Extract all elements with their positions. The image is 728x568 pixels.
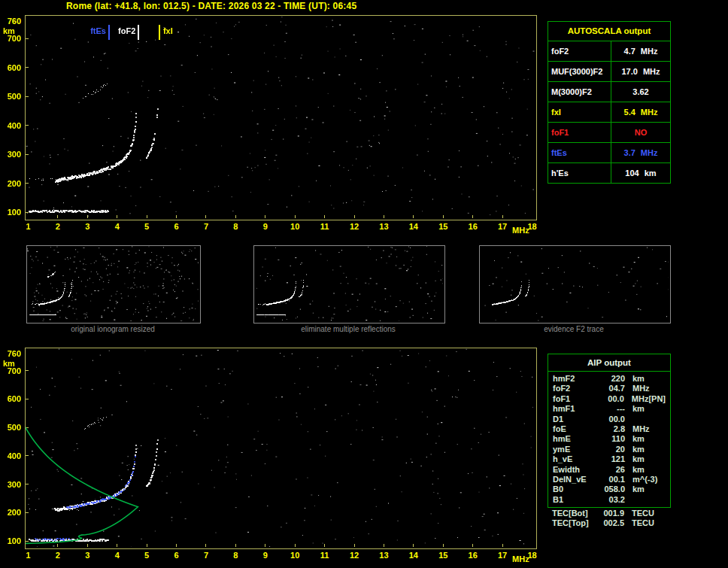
x-axis-label: 13 bbox=[375, 222, 392, 231]
aip-value: 220 bbox=[598, 374, 625, 384]
x-axis-label: 7 bbox=[198, 551, 214, 560]
aip-row: h_vE121km bbox=[548, 454, 670, 464]
aip-row: foF204.7MHz bbox=[548, 384, 670, 393]
aip-param: TEC[Top] bbox=[552, 518, 597, 528]
x-axis-label: 16 bbox=[465, 222, 481, 231]
aip-unit: km bbox=[632, 434, 645, 444]
autoscala-value-number: 5.4 bbox=[624, 102, 635, 122]
aip-param: B1 bbox=[553, 495, 598, 505]
x-axis-label: 16 bbox=[465, 551, 481, 560]
autoscala-param: h'Es bbox=[548, 163, 611, 183]
y-axis-label: 200 bbox=[2, 508, 21, 517]
top-ionogram-canvas bbox=[26, 16, 535, 218]
aip-value: 00.0 bbox=[597, 394, 624, 404]
fof2-marker-label: foF2 bbox=[118, 26, 135, 35]
aip-row: foE2.8MHz bbox=[548, 424, 670, 434]
y-axis-label: 400 bbox=[2, 121, 21, 130]
autoscala-value-number: 4.7 bbox=[624, 41, 635, 61]
x-axis-label: 12 bbox=[346, 222, 362, 231]
autoscala-value-number: 17.0 bbox=[621, 62, 637, 81]
aip-param: B0 bbox=[553, 484, 598, 494]
autoscala-value-unit: km bbox=[645, 163, 657, 183]
axis-unit-mhz: MHz bbox=[512, 554, 529, 563]
x-axis-label: 8 bbox=[227, 222, 244, 231]
x-axis-label: 6 bbox=[168, 551, 185, 560]
aip-unit: m^(-3) bbox=[632, 475, 657, 484]
aip-unit: MHz bbox=[632, 424, 650, 434]
autoscala-param: foF1 bbox=[548, 123, 611, 142]
x-axis-label: 11 bbox=[317, 551, 333, 560]
aip-value: 00.1 bbox=[598, 475, 625, 484]
aip-value: --- bbox=[598, 404, 625, 414]
aip-param: D1 bbox=[553, 415, 598, 424]
thumbnail-original-canvas bbox=[27, 246, 199, 321]
ftes-marker-line bbox=[108, 25, 110, 40]
aip-row: B0058.0km bbox=[548, 484, 670, 494]
autoscala-value: 5.4MHz bbox=[611, 102, 670, 122]
aip-param: foF1 bbox=[553, 394, 597, 404]
aip-unit: MHz bbox=[632, 384, 650, 393]
autoscala-row: ftEs3.7MHz bbox=[548, 143, 670, 163]
thumbnail-caption-f2: evidence F2 trace bbox=[491, 325, 657, 333]
x-axis-label: 5 bbox=[138, 551, 155, 560]
y-axis-label: 600 bbox=[2, 394, 21, 403]
x-axis-label: 15 bbox=[435, 222, 451, 231]
aip-row: foF100.0MHz[PN] bbox=[548, 394, 670, 404]
aip-rows: hmF2220kmfoF204.7MHzfoF100.0MHz[PN]hmF1-… bbox=[548, 374, 670, 505]
x-axis-label: 14 bbox=[405, 551, 422, 560]
x-axis-label: 14 bbox=[405, 222, 422, 231]
y-axis-label: 500 bbox=[2, 92, 21, 101]
y-axis-label: 100 bbox=[2, 208, 21, 217]
aip-row: hmE110km bbox=[548, 434, 670, 444]
x-axis-label: 6 bbox=[168, 222, 185, 231]
aip-param: foE bbox=[553, 424, 598, 434]
aip-tec-row: TEC[Top]002.5TECU bbox=[548, 518, 669, 528]
x-axis-label: 3 bbox=[79, 551, 96, 560]
autoscala-value-unit: MHz bbox=[641, 41, 658, 61]
aip-row: ymE20km bbox=[548, 445, 670, 454]
x-axis-label: 17 bbox=[494, 222, 511, 231]
x-axis-label: 15 bbox=[435, 551, 451, 560]
autoscala-value-unit: MHz bbox=[641, 143, 658, 163]
autoscala-row: foF24.7MHz bbox=[548, 41, 670, 62]
autoscala-row: M(3000)F23.62 bbox=[548, 82, 670, 102]
aip-row: B103.2 bbox=[548, 495, 670, 505]
axis-unit-km: km bbox=[3, 359, 15, 368]
aip-value: 26 bbox=[598, 465, 625, 475]
autoscala-value: 3.7MHz bbox=[611, 143, 670, 163]
autoscala-value-number: 104 bbox=[625, 163, 639, 183]
thumbnail-multiple-reflections-canvas bbox=[254, 246, 443, 321]
aip-value: 03.2 bbox=[598, 495, 625, 505]
autoscala-value: 4.7MHz bbox=[611, 41, 670, 61]
autoscala-value-number: 3.62 bbox=[632, 82, 648, 102]
x-axis-label: 3 bbox=[79, 222, 96, 231]
aip-row: hmF1---km bbox=[548, 404, 670, 414]
autoscala-value: 104km bbox=[611, 163, 670, 183]
aip-value: 058.0 bbox=[598, 484, 625, 494]
x-axis-label: 8 bbox=[227, 551, 244, 560]
top-ionogram-plot bbox=[25, 15, 537, 220]
aip-unit: MHz bbox=[632, 394, 649, 404]
autoscala-value: 3.62 bbox=[611, 82, 670, 102]
x-axis-label: 2 bbox=[50, 551, 66, 560]
fof2-marker-line bbox=[138, 25, 139, 40]
x-axis-label: 11 bbox=[317, 222, 333, 231]
aip-param: hmE bbox=[553, 434, 598, 444]
y-axis-label: 300 bbox=[2, 480, 21, 489]
autoscala-param: M(3000)F2 bbox=[548, 82, 611, 102]
aip-value: 121 bbox=[598, 454, 625, 464]
y-axis-label: 200 bbox=[2, 179, 21, 188]
x-axis-label: 2 bbox=[50, 222, 66, 231]
autoscala-value-number: NO bbox=[635, 123, 648, 142]
autoscala-value: 17.0MHz bbox=[611, 62, 670, 81]
aip-unit: km bbox=[632, 484, 645, 494]
x-axis-label: 10 bbox=[287, 551, 303, 560]
x-axis-label: 12 bbox=[346, 551, 362, 560]
autoscala-output-title: AUTOSCALA output bbox=[548, 22, 670, 41]
aip-param: ymE bbox=[553, 445, 598, 454]
autoscala-row: fxI5.4MHz bbox=[548, 102, 670, 123]
x-axis-label: 4 bbox=[109, 222, 126, 231]
autoscala-row: foF1NO bbox=[548, 123, 670, 143]
y-axis-label: 100 bbox=[2, 536, 21, 545]
aip-value: 110 bbox=[598, 434, 625, 444]
